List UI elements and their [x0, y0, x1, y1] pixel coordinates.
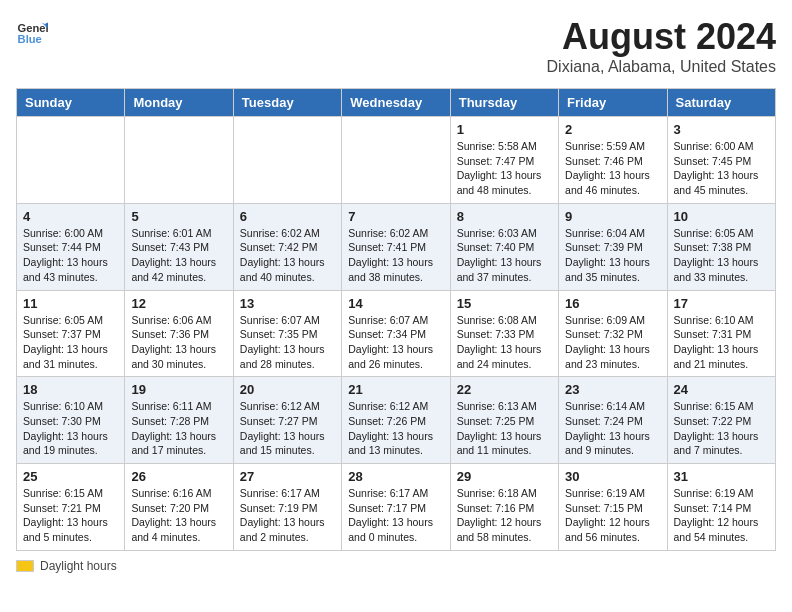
- day-number: 5: [131, 209, 226, 224]
- day-info: Sunrise: 6:00 AM Sunset: 7:45 PM Dayligh…: [674, 139, 769, 198]
- day-number: 26: [131, 469, 226, 484]
- day-info: Sunrise: 6:12 AM Sunset: 7:27 PM Dayligh…: [240, 399, 335, 458]
- calendar-cell: 8Sunrise: 6:03 AM Sunset: 7:40 PM Daylig…: [450, 203, 558, 290]
- daylight-label: Daylight hours: [40, 559, 117, 573]
- calendar-cell: 27Sunrise: 6:17 AM Sunset: 7:19 PM Dayli…: [233, 464, 341, 551]
- calendar-cell: 20Sunrise: 6:12 AM Sunset: 7:27 PM Dayli…: [233, 377, 341, 464]
- day-info: Sunrise: 6:05 AM Sunset: 7:37 PM Dayligh…: [23, 313, 118, 372]
- calendar-cell: 11Sunrise: 6:05 AM Sunset: 7:37 PM Dayli…: [17, 290, 125, 377]
- calendar-cell: 12Sunrise: 6:06 AM Sunset: 7:36 PM Dayli…: [125, 290, 233, 377]
- page-subtitle: Dixiana, Alabama, United States: [547, 58, 776, 76]
- day-number: 1: [457, 122, 552, 137]
- calendar: SundayMondayTuesdayWednesdayThursdayFrid…: [16, 88, 776, 551]
- calendar-cell: 15Sunrise: 6:08 AM Sunset: 7:33 PM Dayli…: [450, 290, 558, 377]
- calendar-cell: 9Sunrise: 6:04 AM Sunset: 7:39 PM Daylig…: [559, 203, 667, 290]
- day-info: Sunrise: 6:18 AM Sunset: 7:16 PM Dayligh…: [457, 486, 552, 545]
- day-number: 13: [240, 296, 335, 311]
- day-number: 27: [240, 469, 335, 484]
- calendar-day-header: Tuesday: [233, 89, 341, 117]
- title-area: August 2024 Dixiana, Alabama, United Sta…: [547, 16, 776, 76]
- day-info: Sunrise: 6:14 AM Sunset: 7:24 PM Dayligh…: [565, 399, 660, 458]
- logo: General Blue: [16, 16, 48, 48]
- calendar-week-row: 4Sunrise: 6:00 AM Sunset: 7:44 PM Daylig…: [17, 203, 776, 290]
- calendar-week-row: 18Sunrise: 6:10 AM Sunset: 7:30 PM Dayli…: [17, 377, 776, 464]
- day-number: 30: [565, 469, 660, 484]
- calendar-cell: [342, 117, 450, 204]
- day-info: Sunrise: 6:04 AM Sunset: 7:39 PM Dayligh…: [565, 226, 660, 285]
- day-info: Sunrise: 6:03 AM Sunset: 7:40 PM Dayligh…: [457, 226, 552, 285]
- day-info: Sunrise: 6:17 AM Sunset: 7:19 PM Dayligh…: [240, 486, 335, 545]
- calendar-cell: 14Sunrise: 6:07 AM Sunset: 7:34 PM Dayli…: [342, 290, 450, 377]
- day-info: Sunrise: 6:13 AM Sunset: 7:25 PM Dayligh…: [457, 399, 552, 458]
- day-info: Sunrise: 6:16 AM Sunset: 7:20 PM Dayligh…: [131, 486, 226, 545]
- day-number: 17: [674, 296, 769, 311]
- day-number: 9: [565, 209, 660, 224]
- day-info: Sunrise: 6:02 AM Sunset: 7:41 PM Dayligh…: [348, 226, 443, 285]
- day-info: Sunrise: 6:07 AM Sunset: 7:34 PM Dayligh…: [348, 313, 443, 372]
- footer-note: Daylight hours: [16, 559, 776, 573]
- calendar-cell: 10Sunrise: 6:05 AM Sunset: 7:38 PM Dayli…: [667, 203, 775, 290]
- calendar-cell: 3Sunrise: 6:00 AM Sunset: 7:45 PM Daylig…: [667, 117, 775, 204]
- calendar-cell: 21Sunrise: 6:12 AM Sunset: 7:26 PM Dayli…: [342, 377, 450, 464]
- calendar-week-row: 11Sunrise: 6:05 AM Sunset: 7:37 PM Dayli…: [17, 290, 776, 377]
- day-number: 22: [457, 382, 552, 397]
- calendar-cell: 26Sunrise: 6:16 AM Sunset: 7:20 PM Dayli…: [125, 464, 233, 551]
- day-number: 24: [674, 382, 769, 397]
- calendar-day-header: Thursday: [450, 89, 558, 117]
- day-number: 21: [348, 382, 443, 397]
- calendar-cell: 1Sunrise: 5:58 AM Sunset: 7:47 PM Daylig…: [450, 117, 558, 204]
- calendar-cell: 16Sunrise: 6:09 AM Sunset: 7:32 PM Dayli…: [559, 290, 667, 377]
- calendar-day-header: Saturday: [667, 89, 775, 117]
- day-number: 18: [23, 382, 118, 397]
- svg-text:Blue: Blue: [18, 33, 42, 45]
- calendar-cell: 2Sunrise: 5:59 AM Sunset: 7:46 PM Daylig…: [559, 117, 667, 204]
- day-number: 19: [131, 382, 226, 397]
- day-info: Sunrise: 6:07 AM Sunset: 7:35 PM Dayligh…: [240, 313, 335, 372]
- day-info: Sunrise: 6:10 AM Sunset: 7:30 PM Dayligh…: [23, 399, 118, 458]
- calendar-day-header: Friday: [559, 89, 667, 117]
- day-info: Sunrise: 6:19 AM Sunset: 7:15 PM Dayligh…: [565, 486, 660, 545]
- calendar-cell: [233, 117, 341, 204]
- day-info: Sunrise: 6:00 AM Sunset: 7:44 PM Dayligh…: [23, 226, 118, 285]
- day-info: Sunrise: 6:08 AM Sunset: 7:33 PM Dayligh…: [457, 313, 552, 372]
- calendar-cell: 29Sunrise: 6:18 AM Sunset: 7:16 PM Dayli…: [450, 464, 558, 551]
- day-number: 10: [674, 209, 769, 224]
- calendar-cell: 18Sunrise: 6:10 AM Sunset: 7:30 PM Dayli…: [17, 377, 125, 464]
- day-number: 6: [240, 209, 335, 224]
- calendar-cell: 6Sunrise: 6:02 AM Sunset: 7:42 PM Daylig…: [233, 203, 341, 290]
- day-number: 16: [565, 296, 660, 311]
- calendar-header-row: SundayMondayTuesdayWednesdayThursdayFrid…: [17, 89, 776, 117]
- day-number: 8: [457, 209, 552, 224]
- calendar-day-header: Wednesday: [342, 89, 450, 117]
- day-number: 20: [240, 382, 335, 397]
- day-number: 14: [348, 296, 443, 311]
- day-number: 2: [565, 122, 660, 137]
- calendar-cell: 13Sunrise: 6:07 AM Sunset: 7:35 PM Dayli…: [233, 290, 341, 377]
- day-number: 4: [23, 209, 118, 224]
- calendar-cell: 24Sunrise: 6:15 AM Sunset: 7:22 PM Dayli…: [667, 377, 775, 464]
- day-info: Sunrise: 6:09 AM Sunset: 7:32 PM Dayligh…: [565, 313, 660, 372]
- calendar-cell: 4Sunrise: 6:00 AM Sunset: 7:44 PM Daylig…: [17, 203, 125, 290]
- day-number: 25: [23, 469, 118, 484]
- calendar-day-header: Sunday: [17, 89, 125, 117]
- day-number: 3: [674, 122, 769, 137]
- calendar-cell: [125, 117, 233, 204]
- calendar-body: 1Sunrise: 5:58 AM Sunset: 7:47 PM Daylig…: [17, 117, 776, 551]
- day-info: Sunrise: 6:10 AM Sunset: 7:31 PM Dayligh…: [674, 313, 769, 372]
- calendar-day-header: Monday: [125, 89, 233, 117]
- day-info: Sunrise: 6:15 AM Sunset: 7:21 PM Dayligh…: [23, 486, 118, 545]
- day-info: Sunrise: 6:11 AM Sunset: 7:28 PM Dayligh…: [131, 399, 226, 458]
- page-title: August 2024: [547, 16, 776, 58]
- calendar-cell: 25Sunrise: 6:15 AM Sunset: 7:21 PM Dayli…: [17, 464, 125, 551]
- day-info: Sunrise: 5:59 AM Sunset: 7:46 PM Dayligh…: [565, 139, 660, 198]
- calendar-cell: 22Sunrise: 6:13 AM Sunset: 7:25 PM Dayli…: [450, 377, 558, 464]
- day-number: 15: [457, 296, 552, 311]
- day-info: Sunrise: 6:17 AM Sunset: 7:17 PM Dayligh…: [348, 486, 443, 545]
- calendar-week-row: 1Sunrise: 5:58 AM Sunset: 7:47 PM Daylig…: [17, 117, 776, 204]
- day-info: Sunrise: 6:19 AM Sunset: 7:14 PM Dayligh…: [674, 486, 769, 545]
- day-info: Sunrise: 6:01 AM Sunset: 7:43 PM Dayligh…: [131, 226, 226, 285]
- day-number: 31: [674, 469, 769, 484]
- day-info: Sunrise: 6:06 AM Sunset: 7:36 PM Dayligh…: [131, 313, 226, 372]
- daylight-bar-icon: [16, 560, 34, 572]
- header: General Blue August 2024 Dixiana, Alabam…: [16, 16, 776, 76]
